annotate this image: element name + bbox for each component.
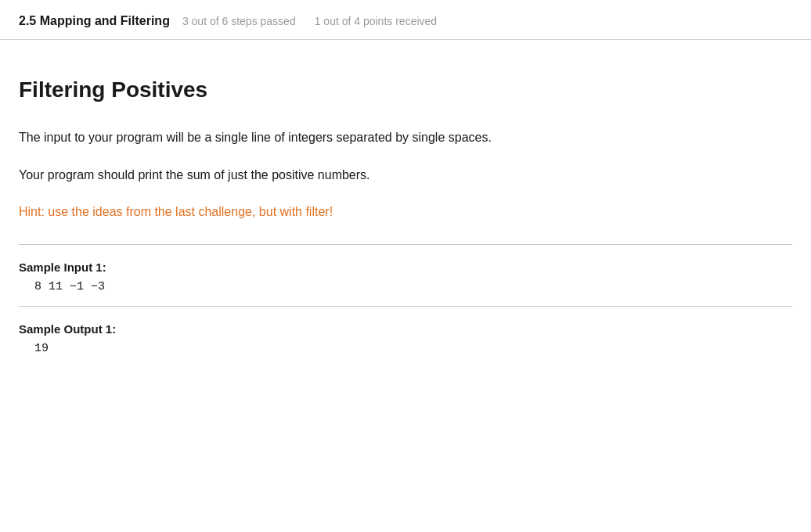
sample-input-value: 8 11 −1 −3 bbox=[19, 280, 792, 293]
description-line-1: The input to your program will be a sing… bbox=[19, 128, 792, 148]
sample-output-value: 19 bbox=[19, 342, 792, 355]
sample-output-label: Sample Output 1: bbox=[19, 322, 792, 336]
sample-input-label: Sample Input 1: bbox=[19, 261, 792, 274]
sample-input-section: Sample Input 1: 8 11 −1 −3 bbox=[19, 261, 792, 293]
page-header: 2.5 Mapping and Filtering 3 out of 6 ste… bbox=[0, 0, 811, 40]
problem-title: Filtering Positives bbox=[19, 77, 792, 102]
lesson-title: 2.5 Mapping and Filtering bbox=[19, 14, 170, 28]
header-stats: 3 out of 6 steps passed 1 out of 4 point… bbox=[182, 15, 437, 27]
main-content: Filtering Positives The input to your pr… bbox=[0, 40, 811, 393]
steps-stat: 3 out of 6 steps passed bbox=[182, 15, 296, 27]
points-stat: 1 out of 4 points received bbox=[315, 15, 437, 27]
description-line-2: Your program should print the sum of jus… bbox=[19, 165, 792, 185]
divider-1 bbox=[19, 244, 792, 245]
problem-description: The input to your program will be a sing… bbox=[19, 128, 792, 222]
divider-2 bbox=[19, 306, 792, 307]
sample-output-section: Sample Output 1: 19 bbox=[19, 322, 792, 355]
hint-text: Hint: use the ideas from the last challe… bbox=[19, 202, 792, 222]
